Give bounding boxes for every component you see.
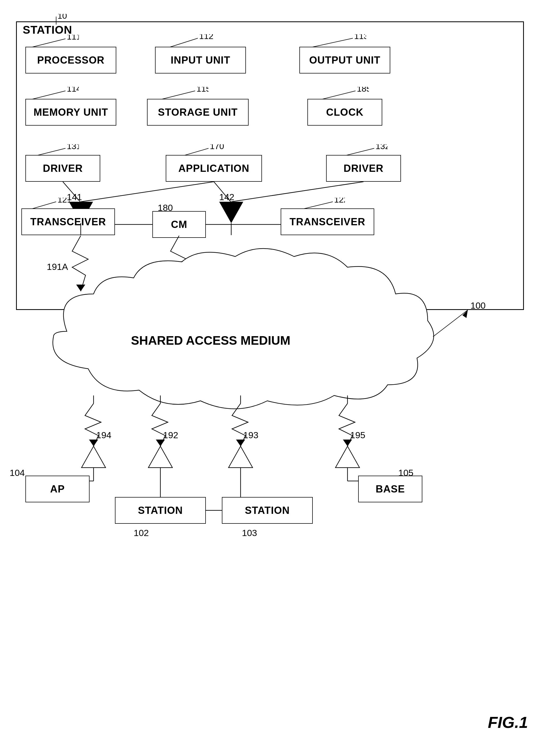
application-box: APPLICATION [166,155,262,182]
svg-text:115: 115 [197,87,208,94]
diagram-container: STATION 101 111 PROCESSOR 112 INPUT UNIT… [0,0,560,753]
svg-text:122: 122 [334,198,345,204]
antenna-142 [219,202,243,223]
station102-box: STATION [115,497,206,524]
svg-text:192: 192 [163,430,178,440]
station103-box: STATION [222,497,313,524]
svg-marker-38 [462,310,468,318]
svg-marker-54 [228,446,253,468]
svg-text:114: 114 [67,87,79,94]
svg-line-37 [433,310,468,337]
memory-unit-box: MEMORY UNIT [25,99,116,126]
svg-marker-52 [82,446,105,468]
svg-text:SHARED ACCESS MEDIUM: SHARED ACCESS MEDIUM [131,333,290,347]
svg-text:193: 193 [243,430,259,440]
svg-text:185: 185 [357,87,369,94]
svg-line-6 [310,38,353,47]
svg-text:112: 112 [199,34,213,41]
processor-box: PROCESSOR [25,47,116,74]
svg-text:132: 132 [376,144,387,151]
svg-text:131: 131 [67,144,79,151]
cm-box: CM [152,211,206,238]
driver1-box: DRIVER [25,155,100,182]
svg-marker-47 [236,440,245,446]
storage-unit-box: STORAGE UNIT [147,99,248,126]
svg-text:121: 121 [58,198,69,204]
svg-text:170: 170 [210,144,224,151]
figure-label: FIG.1 [488,713,528,732]
ref-104-text: 104 [9,468,25,478]
svg-marker-44 [156,440,165,446]
ref-103-text: 103 [242,528,257,538]
driver2-box: DRIVER [326,155,401,182]
base-box: BASE [358,476,422,502]
svg-marker-55 [336,446,360,468]
svg-text:194: 194 [96,430,112,440]
svg-text:195: 195 [350,430,365,440]
transceiver1-box: TRANSCEIVER [21,208,115,235]
svg-marker-50 [343,440,352,446]
ref-101: 101 [35,14,67,29]
input-unit-box: INPUT UNIT [155,47,246,74]
svg-text:113: 113 [354,34,366,41]
ap-box: AP [25,476,89,502]
ref-102-text: 102 [134,528,149,538]
svg-text:101: 101 [58,14,67,21]
svg-marker-53 [148,446,173,468]
svg-marker-41 [89,440,98,446]
transceiver2-box: TRANSCEIVER [281,208,374,235]
svg-text:111: 111 [67,35,79,41]
clock-box: CLOCK [307,99,382,126]
svg-line-4 [168,38,198,47]
ref-142-label: 142 [219,192,235,202]
output-unit-box: OUTPUT UNIT [299,47,390,74]
